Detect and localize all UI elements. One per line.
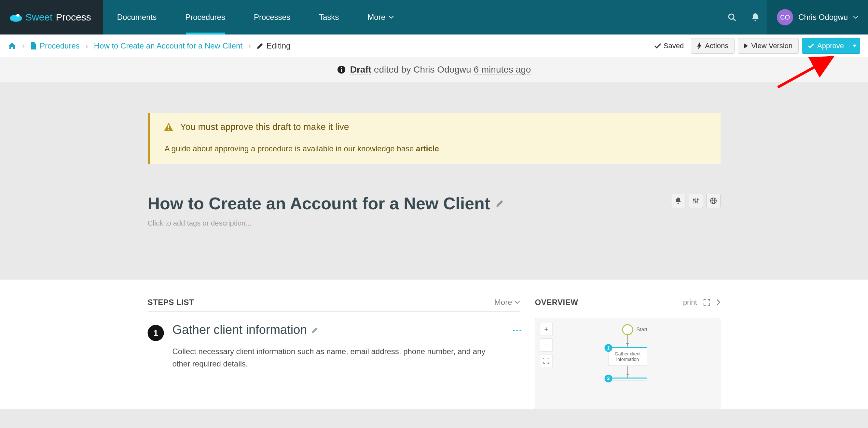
actions-button[interactable]: Actions	[691, 38, 735, 54]
flow-start-node[interactable]	[622, 324, 633, 335]
home-icon[interactable]	[8, 42, 16, 50]
title-row: How to Create an Account for a New Clien…	[148, 194, 720, 227]
play-icon	[744, 43, 748, 49]
approve-label: Approve	[817, 42, 844, 50]
notice-title-text: You must approve this draft to make it l…	[180, 122, 349, 132]
overview-heading: OVERVIEW	[535, 298, 578, 307]
approve-button[interactable]: Approve	[802, 38, 860, 54]
breadcrumb-procedures[interactable]: Procedures	[31, 41, 80, 51]
steps-heading: STEPS LIST	[148, 298, 194, 307]
fullscreen-button[interactable]	[540, 354, 553, 367]
nav-links: Documents Procedures Processes Tasks Mor…	[103, 0, 408, 34]
step-title[interactable]: Gather client information	[173, 323, 520, 337]
logo-icon	[10, 12, 22, 22]
nav-tasks-label: Tasks	[319, 13, 339, 22]
bell-icon	[675, 197, 682, 205]
settings-button[interactable]	[689, 194, 703, 208]
breadcrumb-separator: ›	[86, 41, 88, 51]
nav-documents-label: Documents	[117, 13, 157, 22]
chevron-down-icon	[853, 16, 858, 19]
svg-line-4	[733, 19, 736, 21]
notice-body-text: A guide about approving a procedure is a…	[165, 144, 416, 153]
svg-point-8	[340, 67, 342, 68]
breadcrumb-procedures-label: Procedures	[40, 41, 80, 51]
steps-more-label: More	[494, 298, 512, 307]
info-icon	[337, 65, 346, 74]
nav-procedures[interactable]: Procedures	[171, 0, 240, 34]
notice-body: A guide about approving a procedure is a…	[164, 138, 706, 153]
svg-point-1	[10, 14, 22, 21]
subbar-actions: Saved Actions View Version Approve	[654, 38, 860, 54]
flowchart: Start 1 Gather client information 2	[608, 324, 647, 381]
pencil-icon	[496, 200, 504, 207]
doc-title[interactable]: How to Create an Account for a New Clien…	[148, 194, 664, 213]
pencil-icon	[311, 327, 318, 333]
draft-edited-by: edited by Chris Odogwu	[374, 64, 471, 74]
search-button[interactable]	[720, 0, 744, 34]
notifications-button[interactable]	[744, 0, 767, 34]
sliders-icon	[692, 197, 699, 204]
step-number-text: 1	[153, 328, 158, 338]
nav-documents[interactable]: Documents	[103, 0, 171, 34]
tags-placeholder[interactable]: Click to add tags or description...	[148, 219, 664, 227]
nav-processes-label: Processes	[254, 13, 290, 22]
expand-icon[interactable]	[704, 299, 710, 306]
flow-step-node[interactable]: 1 Gather client information	[608, 347, 647, 366]
breadcrumb-editing-label: Editing	[267, 41, 290, 51]
user-name: Chris Odogwu	[798, 13, 848, 22]
breadcrumb-separator: ›	[248, 41, 251, 51]
step-title-text: Gather client information	[173, 323, 307, 337]
zoom-in-button[interactable]: +	[540, 323, 553, 336]
chevron-down-icon	[515, 301, 520, 304]
approve-dropdown[interactable]	[849, 44, 857, 47]
subbar: › Procedures › How to Create an Account …	[0, 34, 868, 57]
flow-badge: 1	[605, 344, 613, 352]
nav-tasks[interactable]: Tasks	[305, 0, 353, 34]
flow-badge: 2	[605, 375, 613, 383]
draft-banner: Draft edited by Chris Odogwu 6 minutes a…	[0, 57, 868, 82]
content: You must approve this draft to make it l…	[148, 113, 720, 227]
page: You must approve this draft to make it l…	[0, 82, 868, 227]
globe-icon	[710, 197, 717, 205]
flow-step-node[interactable]: 2	[608, 377, 647, 381]
step-menu-button[interactable]: ⋮	[515, 326, 520, 336]
overview-canvas[interactable]: + − Start 1 Gather client information	[535, 318, 720, 409]
chevron-down-icon	[389, 16, 394, 19]
svg-point-12	[693, 199, 694, 201]
reminders-button[interactable]	[671, 194, 685, 208]
search-icon	[727, 13, 737, 22]
white-section: STEPS LIST More 1 Gather client informat…	[0, 280, 868, 409]
notice-article-link[interactable]: article	[416, 144, 439, 153]
public-button[interactable]	[706, 194, 720, 208]
lightning-icon	[697, 42, 702, 50]
breadcrumb-separator: ›	[22, 41, 25, 51]
flow-arrow	[627, 335, 628, 347]
step-description: Collect necessary client information suc…	[173, 345, 498, 370]
doc-title-text: How to Create an Account for a New Clien…	[148, 194, 491, 213]
saved-label: Saved	[663, 42, 684, 50]
svg-point-16	[697, 199, 699, 201]
view-version-button[interactable]: View Version	[738, 38, 799, 54]
logo-text-process: Process	[56, 12, 91, 23]
nav-processes[interactable]: Processes	[240, 0, 305, 34]
breadcrumb-editing: Editing	[257, 41, 290, 51]
overview-tools: print	[683, 298, 720, 307]
chevron-right-icon[interactable]	[717, 299, 720, 306]
nav-right: CO Chris Odogwu	[720, 0, 868, 34]
logo[interactable]: SweetProcess	[0, 0, 103, 34]
view-version-label: View Version	[751, 42, 793, 50]
breadcrumb-doc[interactable]: How to Create an Account for a New Clien…	[94, 41, 243, 51]
nav-more[interactable]: More	[353, 0, 408, 34]
zoom-out-button[interactable]: −	[540, 338, 553, 351]
check-icon	[654, 43, 661, 49]
overview-print[interactable]: print	[683, 298, 697, 307]
user-menu[interactable]: CO Chris Odogwu	[767, 0, 868, 34]
avatar-initials: CO	[780, 14, 790, 21]
document-icon	[31, 42, 36, 50]
svg-point-14	[695, 201, 696, 203]
bell-icon	[751, 13, 760, 22]
steps-header: STEPS LIST More	[148, 298, 520, 312]
steps-more[interactable]: More	[494, 298, 520, 307]
flow-start-label: Start	[637, 327, 648, 333]
pencil-icon	[257, 43, 263, 49]
